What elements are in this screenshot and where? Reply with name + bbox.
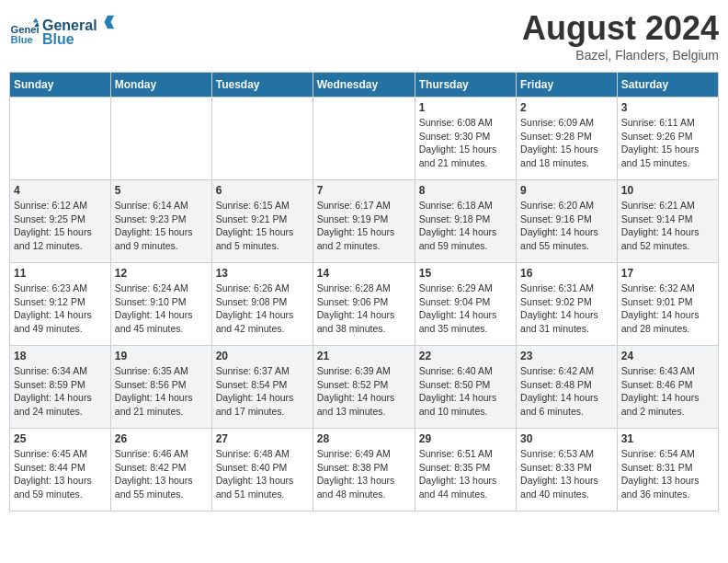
day-detail: Sunrise: 6:28 AM Sunset: 9:06 PM Dayligh… [317,282,411,336]
day-cell: 2Sunrise: 6:09 AM Sunset: 9:28 PM Daylig… [517,98,618,180]
day-detail: Sunrise: 6:35 AM Sunset: 8:56 PM Dayligh… [115,364,208,419]
day-number: 20 [216,350,309,362]
day-number: 25 [14,432,107,445]
day-cell: 6Sunrise: 6:15 AM Sunset: 9:21 PM Daylig… [211,180,313,263]
day-detail: Sunrise: 6:26 AM Sunset: 9:08 PM Dayligh… [216,282,309,336]
week-row-3: 18Sunrise: 6:34 AM Sunset: 8:59 PM Dayli… [10,346,719,429]
day-cell: 31Sunrise: 6:54 AM Sunset: 8:31 PM Dayli… [617,429,718,511]
day-detail: Sunrise: 6:23 AM Sunset: 9:12 PM Dayligh… [14,282,107,336]
day-detail: Sunrise: 6:21 AM Sunset: 9:14 PM Dayligh… [621,199,714,253]
location: Bazel, Flanders, Belgium [522,48,719,63]
day-cell: 27Sunrise: 6:48 AM Sunset: 8:40 PM Dayli… [211,429,313,511]
day-detail: Sunrise: 6:11 AM Sunset: 9:26 PM Dayligh… [621,116,714,170]
day-cell: 28Sunrise: 6:49 AM Sunset: 8:38 PM Dayli… [313,429,415,511]
day-detail: Sunrise: 6:24 AM Sunset: 9:10 PM Dayligh… [115,282,208,336]
header-friday: Friday [517,73,618,98]
day-detail: Sunrise: 6:43 AM Sunset: 8:46 PM Dayligh… [621,364,714,419]
day-cell [10,98,111,180]
day-detail: Sunrise: 6:40 AM Sunset: 8:50 PM Dayligh… [419,364,512,419]
logo: General Blue General Blue [9,14,116,48]
day-cell: 7Sunrise: 6:17 AM Sunset: 9:19 PM Daylig… [313,180,415,263]
day-cell [313,98,415,180]
day-number: 24 [621,350,714,362]
svg-marker-4 [104,16,114,29]
header-thursday: Thursday [415,73,516,98]
week-row-2: 11Sunrise: 6:23 AM Sunset: 9:12 PM Dayli… [10,263,719,346]
day-cell: 15Sunrise: 6:29 AM Sunset: 9:04 PM Dayli… [415,263,516,346]
day-detail: Sunrise: 6:15 AM Sunset: 9:21 PM Dayligh… [216,199,309,253]
day-cell: 8Sunrise: 6:18 AM Sunset: 9:18 PM Daylig… [415,180,516,263]
calendar-header-row: SundayMondayTuesdayWednesdayThursdayFrid… [10,73,719,98]
day-number: 12 [115,267,208,280]
day-detail: Sunrise: 6:29 AM Sunset: 9:04 PM Dayligh… [419,282,512,336]
logo-icon: General Blue [9,17,39,46]
day-number: 8 [419,184,512,197]
day-cell: 14Sunrise: 6:28 AM Sunset: 9:06 PM Dayli… [313,263,415,346]
day-detail: Sunrise: 6:18 AM Sunset: 9:18 PM Dayligh… [419,199,512,253]
day-number: 13 [216,267,309,280]
day-number: 29 [419,432,512,445]
day-number: 28 [317,432,411,445]
day-number: 4 [14,184,107,197]
day-detail: Sunrise: 6:12 AM Sunset: 9:25 PM Dayligh… [14,199,107,253]
day-number: 27 [216,432,309,445]
day-cell: 11Sunrise: 6:23 AM Sunset: 9:12 PM Dayli… [10,263,111,346]
day-cell [110,98,211,180]
week-row-1: 4Sunrise: 6:12 AM Sunset: 9:25 PM Daylig… [10,180,719,263]
day-detail: Sunrise: 6:46 AM Sunset: 8:42 PM Dayligh… [115,447,208,501]
day-detail: Sunrise: 6:17 AM Sunset: 9:19 PM Dayligh… [317,199,411,253]
day-number: 11 [14,267,107,280]
day-detail: Sunrise: 6:31 AM Sunset: 9:02 PM Dayligh… [520,282,613,336]
day-detail: Sunrise: 6:49 AM Sunset: 8:38 PM Dayligh… [317,447,411,501]
header-sunday: Sunday [10,73,111,98]
day-cell: 19Sunrise: 6:35 AM Sunset: 8:56 PM Dayli… [110,346,211,429]
day-cell [211,98,313,180]
month-title: August 2024 [522,9,719,48]
day-detail: Sunrise: 6:20 AM Sunset: 9:16 PM Dayligh… [520,199,613,253]
day-cell: 3Sunrise: 6:11 AM Sunset: 9:26 PM Daylig… [617,98,718,180]
day-detail: Sunrise: 6:34 AM Sunset: 8:59 PM Dayligh… [14,364,107,419]
day-cell: 26Sunrise: 6:46 AM Sunset: 8:42 PM Dayli… [110,429,211,511]
day-cell: 29Sunrise: 6:51 AM Sunset: 8:35 PM Dayli… [415,429,516,511]
day-number: 10 [621,184,714,197]
day-number: 7 [317,184,411,197]
day-detail: Sunrise: 6:42 AM Sunset: 8:48 PM Dayligh… [520,364,613,419]
day-detail: Sunrise: 6:53 AM Sunset: 8:33 PM Dayligh… [520,447,613,501]
day-number: 5 [115,184,208,197]
day-detail: Sunrise: 6:14 AM Sunset: 9:23 PM Dayligh… [115,199,208,253]
day-cell: 17Sunrise: 6:32 AM Sunset: 9:01 PM Dayli… [617,263,718,346]
day-detail: Sunrise: 6:54 AM Sunset: 8:31 PM Dayligh… [621,447,714,501]
day-cell: 16Sunrise: 6:31 AM Sunset: 9:02 PM Dayli… [517,263,618,346]
day-number: 1 [419,101,512,114]
svg-text:General: General [11,23,39,34]
week-row-4: 25Sunrise: 6:45 AM Sunset: 8:44 PM Dayli… [10,429,719,511]
day-number: 30 [520,432,613,445]
day-cell: 25Sunrise: 6:45 AM Sunset: 8:44 PM Dayli… [10,429,111,511]
day-detail: Sunrise: 6:51 AM Sunset: 8:35 PM Dayligh… [419,447,512,501]
day-number: 19 [115,350,208,362]
header-monday: Monday [110,73,211,98]
day-cell: 4Sunrise: 6:12 AM Sunset: 9:25 PM Daylig… [10,180,111,263]
day-detail: Sunrise: 6:37 AM Sunset: 8:54 PM Dayligh… [216,364,309,419]
svg-marker-2 [33,17,39,22]
day-number: 21 [317,350,411,362]
header-wednesday: Wednesday [313,73,415,98]
day-cell: 20Sunrise: 6:37 AM Sunset: 8:54 PM Dayli… [211,346,313,429]
header-saturday: Saturday [617,73,718,98]
day-number: 31 [621,432,714,445]
day-number: 3 [621,101,714,114]
day-detail: Sunrise: 6:09 AM Sunset: 9:28 PM Dayligh… [520,116,613,170]
day-cell: 23Sunrise: 6:42 AM Sunset: 8:48 PM Dayli… [517,346,618,429]
header-tuesday: Tuesday [211,73,313,98]
page-header: General Blue General Blue August 2024 Ba… [9,9,719,63]
day-number: 16 [520,267,613,280]
title-block: August 2024 Bazel, Flanders, Belgium [522,9,719,63]
day-cell: 21Sunrise: 6:39 AM Sunset: 8:52 PM Dayli… [313,346,415,429]
day-number: 6 [216,184,309,197]
day-detail: Sunrise: 6:08 AM Sunset: 9:30 PM Dayligh… [419,116,512,170]
svg-text:Blue: Blue [11,33,33,44]
day-cell: 18Sunrise: 6:34 AM Sunset: 8:59 PM Dayli… [10,346,111,429]
day-number: 17 [621,267,714,280]
day-number: 23 [520,350,613,362]
day-cell: 9Sunrise: 6:20 AM Sunset: 9:16 PM Daylig… [517,180,618,263]
